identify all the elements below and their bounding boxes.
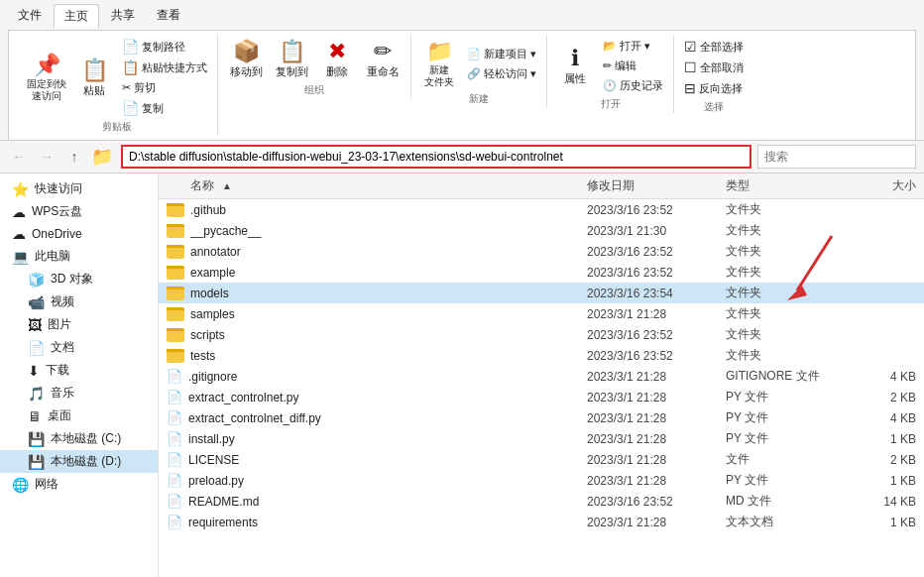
sidebar-item-drive-c[interactable]: 💾本地磁盘 (C:) (0, 427, 158, 450)
network-icon: 🌐 (12, 477, 29, 493)
header-type[interactable]: 类型 (726, 177, 845, 194)
file-row[interactable]: scripts 2023/3/16 23:52 文件夹 (159, 324, 924, 345)
search-input[interactable] (757, 145, 916, 169)
file-row[interactable]: tests 2023/3/16 23:52 文件夹 (159, 345, 924, 366)
file-row[interactable]: 📄 extract_controlnet_diff.py 2023/3/1 21… (159, 407, 924, 428)
file-list-container: 名称 ▲ 修改日期 类型 大小 .github 2023/3/16 23:52 … (159, 173, 924, 532)
copy-to-button[interactable]: 📋 复制到 (270, 37, 313, 81)
sidebar-item-documents[interactable]: 📄文档 (0, 336, 158, 359)
header-name[interactable]: 名称 ▲ (159, 177, 587, 194)
sidebar-item-wps-cloud[interactable]: ☁WPS云盘 (0, 200, 158, 223)
file-area: 名称 ▲ 修改日期 类型 大小 .github 2023/3/16 23:52 … (159, 173, 924, 577)
file-row[interactable]: .github 2023/3/16 23:52 文件夹 (159, 199, 924, 220)
header-size[interactable]: 大小 (845, 177, 924, 194)
folder-icon (167, 307, 184, 321)
file-name: scripts (159, 328, 587, 342)
deselect-all-icon: ☐ (684, 59, 697, 75)
address-input[interactable] (121, 145, 751, 169)
file-name: example (159, 266, 587, 280)
rename-icon: ✏ (374, 41, 392, 62)
file-row[interactable]: 📄 LICENSE 2023/3/1 21:28 文件 2 KB (159, 449, 924, 470)
pictures-icon: 🖼 (28, 317, 42, 333)
file-icon: 📄 (167, 452, 182, 467)
header-date[interactable]: 修改日期 (587, 177, 726, 194)
sidebar-item-onedrive[interactable]: ☁OneDrive (0, 223, 158, 245)
folder-icon (167, 287, 184, 300)
sidebar-item-downloads[interactable]: ⬇下载 (0, 359, 158, 382)
file-row[interactable]: samples 2023/3/1 21:28 文件夹 (159, 303, 924, 324)
easy-access-button[interactable]: 🔗 轻松访问 ▾ (463, 64, 540, 83)
up-button[interactable]: ↑ (63, 146, 85, 168)
ribbon-group-new: 📁 新建文件夹 📄 新建项目 ▾ 🔗 轻松访问 ▾ 新建 (411, 35, 547, 108)
sidebar-item-drive-d[interactable]: 💾本地磁盘 (D:) (0, 450, 158, 473)
file-name: __pycache__ (159, 224, 587, 238)
paste-button[interactable]: 📋 粘贴 (72, 56, 116, 100)
open-button[interactable]: 📂 打开 ▾ (599, 37, 667, 56)
sort-arrow: ▲ (222, 180, 232, 191)
ribbon-tab-home[interactable]: 主页 (54, 4, 99, 28)
pin-button[interactable]: 📌 固定到快速访问 (23, 51, 70, 104)
copy-button[interactable]: 📄 复制 (118, 98, 211, 118)
main-layout: ⭐快速访问☁WPS云盘☁OneDrive💻此电脑🧊3D 对象📹视频🖼图片📄文档⬇… (0, 173, 924, 577)
paste-shortcut-button[interactable]: 📋 粘贴快捷方式 (118, 58, 211, 77)
file-date: 2023/3/1 21:28 (587, 411, 726, 425)
cut-button[interactable]: ✂ 剪切 (118, 78, 211, 97)
file-row[interactable]: 📄 extract_controlnet.py 2023/3/1 21:28 P… (159, 387, 924, 407)
ribbon-tab-view[interactable]: 查看 (147, 4, 190, 28)
new-item-button[interactable]: 📄 新建项目 ▾ (463, 45, 540, 63)
invert-icon: ⊟ (684, 80, 696, 96)
ribbon-tab-file[interactable]: 文件 (8, 4, 52, 28)
properties-button[interactable]: ℹ 属性 (553, 44, 597, 88)
file-type: PY 文件 (726, 472, 845, 489)
file-date: 2023/3/16 23:52 (587, 495, 726, 509)
sidebar-item-music[interactable]: 🎵音乐 (0, 382, 158, 404)
sidebar-item-3d-objects[interactable]: 🧊3D 对象 (0, 268, 158, 290)
move-to-button[interactable]: 📦 移动到 (224, 37, 268, 81)
sidebar-item-desktop[interactable]: 🖥桌面 (0, 404, 158, 427)
move-icon: 📦 (233, 41, 260, 62)
this-pc-icon: 💻 (12, 249, 29, 265)
deselect-all-button[interactable]: ☐ 全部取消 (680, 58, 748, 77)
file-date: 2023/3/1 21:28 (587, 516, 726, 529)
new-folder-button[interactable]: 📁 新建文件夹 (417, 37, 461, 90)
file-type: 文件夹 (726, 264, 845, 281)
copy-path-button[interactable]: 📄 复制路径 (118, 37, 211, 57)
ribbon-tab-share[interactable]: 共享 (101, 4, 145, 28)
file-row[interactable]: models 2023/3/16 23:54 文件夹 (159, 283, 924, 303)
file-date: 2023/3/1 21:28 (587, 370, 726, 384)
folder-icon (167, 203, 184, 217)
file-type: 文件夹 (726, 243, 845, 260)
invert-selection-button[interactable]: ⊟ 反向选择 (680, 78, 748, 98)
file-row[interactable]: 📄 install.py 2023/3/1 21:28 PY 文件 1 KB (159, 428, 924, 449)
back-button[interactable]: ← (8, 146, 30, 168)
file-name: tests (159, 349, 587, 363)
open-group-label: 打开 (553, 95, 667, 111)
history-button[interactable]: 🕐 历史记录 (599, 76, 667, 95)
forward-button[interactable]: → (36, 146, 58, 168)
select-all-button[interactable]: ☑ 全部选择 (680, 37, 748, 57)
file-date: 2023/3/16 23:52 (587, 266, 726, 280)
file-row[interactable]: example 2023/3/16 23:52 文件夹 (159, 262, 924, 283)
sidebar-item-this-pc[interactable]: 💻此电脑 (0, 245, 158, 268)
file-row[interactable]: 📄 requirements 2023/3/1 21:28 文本文档 1 KB (159, 512, 924, 532)
file-row[interactable]: 📄 preload.py 2023/3/1 21:28 PY 文件 1 KB (159, 470, 924, 491)
new-folder-icon: 📁 (426, 41, 453, 62)
file-row[interactable]: 📄 .gitignore 2023/3/1 21:28 GITIGNORE 文件… (159, 366, 924, 387)
sidebar-item-quick-access[interactable]: ⭐快速访问 (0, 177, 158, 200)
delete-button[interactable]: ✖ 删除 (315, 37, 359, 81)
file-row[interactable]: __pycache__ 2023/3/1 21:30 文件夹 (159, 220, 924, 241)
file-name: annotator (159, 245, 587, 259)
file-row[interactable]: 📄 README.md 2023/3/16 23:52 MD 文件 14 KB (159, 491, 924, 512)
file-type: PY 文件 (726, 430, 845, 447)
3d-objects-icon: 🧊 (28, 272, 45, 288)
sidebar-item-network[interactable]: 🌐网络 (0, 473, 158, 496)
clipboard-buttons: 📌 固定到快速访问 📋 粘贴 📄 复制路径 📋 粘贴快捷方式 (23, 37, 211, 118)
sidebar-item-pictures[interactable]: 🖼图片 (0, 313, 158, 336)
file-size: 2 KB (845, 453, 924, 467)
rename-button[interactable]: ✏ 重命名 (361, 37, 404, 81)
file-row[interactable]: annotator 2023/3/16 23:52 文件夹 (159, 241, 924, 262)
delete-icon: ✖ (328, 41, 346, 62)
sidebar-item-video[interactable]: 📹视频 (0, 290, 158, 313)
edit-button[interactable]: ✏ 编辑 (599, 57, 667, 75)
file-icon: 📄 (167, 410, 182, 425)
